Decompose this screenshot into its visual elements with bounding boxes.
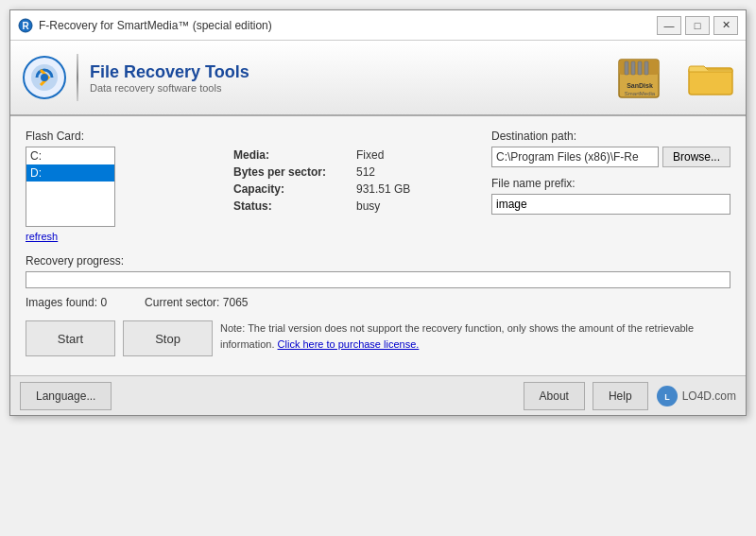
svg-rect-9: [638, 61, 642, 75]
header-banner: File Recovery Tools Data recovery softwa…: [10, 41, 746, 116]
drive-info-table: Media: Fixed Bytes per sector: 512 Capac…: [233, 148, 472, 213]
capacity-value: 931.51 GB: [356, 182, 410, 196]
svg-text:L: L: [664, 392, 670, 402]
browse-button[interactable]: Browse...: [662, 147, 730, 167]
window-controls: — □ ✕: [657, 16, 738, 35]
destination-label: Destination path:: [491, 130, 730, 143]
content-area: Flash Card: C: D: refresh Media: Fixed B…: [26, 130, 730, 243]
prefix-label: File name prefix:: [491, 177, 730, 190]
svg-point-4: [41, 74, 48, 81]
prefix-input[interactable]: [491, 194, 730, 215]
svg-text:R: R: [22, 21, 29, 31]
svg-rect-7: [625, 61, 628, 75]
progress-bar-container: [26, 271, 730, 288]
images-found-stat: Images found: 0: [26, 296, 107, 309]
flash-card-list[interactable]: C: D:: [26, 147, 115, 227]
stop-button[interactable]: Stop: [123, 320, 213, 356]
trial-note: Note: The trial version does not support…: [220, 320, 730, 352]
destination-input[interactable]: [491, 147, 659, 167]
app-icon: R: [18, 18, 33, 33]
header-subtitle: Data recovery software tools: [90, 82, 249, 94]
folder-icon: [687, 57, 734, 98]
svg-rect-10: [644, 61, 648, 75]
stats-row: Images found: 0 Current sector: 7065: [26, 296, 730, 309]
maximize-button[interactable]: □: [685, 16, 710, 35]
bps-label: Bytes per sector:: [233, 165, 356, 179]
watermark-icon: L: [656, 385, 679, 407]
logo-icon: [22, 55, 67, 100]
start-button[interactable]: Start: [26, 320, 115, 356]
language-button[interactable]: Language...: [20, 382, 112, 410]
svg-text:SmartMedia: SmartMedia: [625, 91, 656, 96]
info-section: Media: Fixed Bytes per sector: 512 Capac…: [233, 130, 472, 243]
main-window: R F-Recovery for SmartMedia™ (special ed…: [9, 9, 747, 416]
header-divider: [77, 54, 78, 101]
svg-rect-8: [631, 61, 635, 75]
window-title: F-Recovery for SmartMedia™ (special edit…: [39, 19, 657, 32]
flash-card-item-d[interactable]: D:: [26, 164, 114, 182]
refresh-link[interactable]: refresh: [26, 231, 58, 242]
about-button[interactable]: About: [524, 382, 585, 410]
bps-value: 512: [356, 165, 375, 179]
status-label: Status:: [233, 199, 356, 213]
help-button[interactable]: Help: [593, 382, 648, 410]
current-sector-label: Current sector:: [145, 296, 219, 309]
watermark: L LO4D.com: [656, 385, 736, 407]
right-section: Destination path: Browse... File name pr…: [491, 130, 730, 243]
status-row: Status: busy: [233, 199, 472, 213]
capacity-row: Capacity: 931.51 GB: [233, 182, 472, 196]
media-value: Fixed: [356, 148, 384, 162]
images-found-label: Images found:: [26, 296, 97, 309]
progress-section: Recovery progress:: [26, 254, 730, 288]
media-label: Media:: [233, 148, 356, 162]
bottom-bar: Language... About Help L LO4D.com: [10, 375, 746, 415]
header-title-block: File Recovery Tools Data recovery softwa…: [90, 62, 249, 94]
current-sector-stat: Current sector: 7065: [145, 296, 248, 309]
current-sector-value: 7065: [223, 296, 249, 309]
header-title: File Recovery Tools: [90, 62, 249, 82]
destination-row: Browse...: [491, 147, 730, 167]
sd-card-icon: SanDisk SmartMedia: [611, 52, 668, 104]
header-right-icons: SanDisk SmartMedia: [611, 52, 734, 104]
close-button[interactable]: ✕: [713, 16, 738, 35]
header-logo: File Recovery Tools Data recovery softwa…: [22, 54, 611, 101]
title-bar: R F-Recovery for SmartMedia™ (special ed…: [10, 10, 746, 41]
bps-row: Bytes per sector: 512: [233, 165, 472, 179]
left-section: Flash Card: C: D: refresh: [26, 130, 215, 243]
purchase-link[interactable]: Click here to purchase license.: [278, 338, 420, 350]
progress-label: Recovery progress:: [26, 254, 730, 268]
svg-text:SanDisk: SanDisk: [627, 82, 653, 89]
media-row: Media: Fixed: [233, 148, 472, 162]
capacity-label: Capacity:: [233, 182, 356, 196]
images-found-value: 0: [100, 296, 107, 309]
watermark-text: LO4D.com: [682, 389, 736, 403]
status-value: busy: [356, 199, 380, 213]
main-content: Flash Card: C: D: refresh Media: Fixed B…: [10, 116, 746, 375]
action-buttons-row: Start Stop Note: The trial version does …: [26, 320, 730, 356]
flash-card-label: Flash Card:: [26, 130, 215, 143]
minimize-button[interactable]: —: [657, 16, 681, 35]
flash-card-item-c[interactable]: C:: [26, 147, 114, 164]
